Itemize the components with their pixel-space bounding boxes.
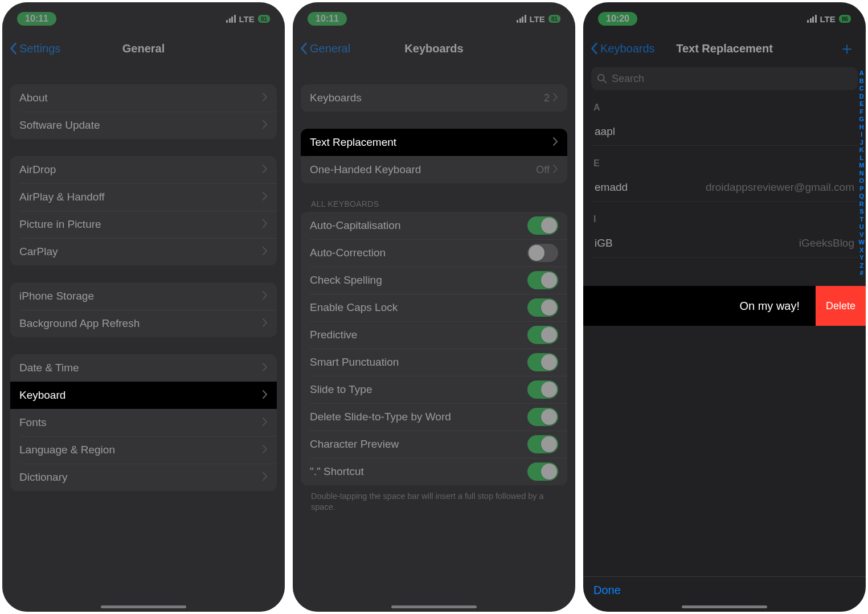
list-row[interactable]: Dictionary xyxy=(10,464,277,491)
network-label: LTE xyxy=(239,14,255,24)
home-indicator[interactable] xyxy=(101,605,186,608)
search-input[interactable]: Search xyxy=(591,67,858,90)
row-keyboards[interactable]: Keyboards 2 xyxy=(301,84,567,112)
toggle-switch[interactable] xyxy=(527,462,558,481)
chevron-right-icon xyxy=(263,390,268,402)
toggle-switch[interactable] xyxy=(527,435,558,453)
toggle-switch[interactable] xyxy=(527,408,558,426)
list-row[interactable]: About xyxy=(10,84,277,112)
list-row[interactable]: AirDrop xyxy=(10,156,277,183)
back-button[interactable]: Settings xyxy=(9,42,60,55)
list-row[interactable]: Picture in Picture xyxy=(10,211,277,238)
back-button[interactable]: General xyxy=(300,42,350,55)
list-row[interactable]: CarPlay xyxy=(10,238,277,265)
add-button[interactable]: ＋ xyxy=(838,37,855,60)
list-row[interactable]: Background App Refresh xyxy=(10,310,277,337)
index-letter[interactable]: X xyxy=(859,247,865,253)
index-letter[interactable]: C xyxy=(859,85,865,92)
replacement-row[interactable]: iGBiGeeksBlog xyxy=(591,229,858,257)
index-letter[interactable]: E xyxy=(859,100,865,107)
index-letter[interactable]: P xyxy=(859,185,865,192)
toggle-row: Auto-Correction xyxy=(301,239,567,267)
index-letter[interactable]: N xyxy=(859,170,865,177)
list-row[interactable]: Text Replacement xyxy=(301,129,567,156)
delete-button[interactable]: Delete xyxy=(816,286,866,326)
index-letter[interactable]: W xyxy=(859,239,865,245)
index-letter[interactable]: L xyxy=(859,154,865,161)
index-letter[interactable]: U xyxy=(859,223,865,230)
list-row[interactable]: Language & Region xyxy=(10,436,277,464)
home-indicator[interactable] xyxy=(391,605,477,608)
list-row[interactable]: AirPlay & Handoff xyxy=(10,183,277,211)
row-label: Delete Slide-to-Type by Word xyxy=(310,411,451,423)
index-letter[interactable]: H xyxy=(859,124,865,130)
index-letter[interactable]: A xyxy=(859,69,865,76)
toggle-switch[interactable] xyxy=(527,271,558,289)
phrase-text: droidappsreviewer@gmail.com xyxy=(706,181,854,194)
chevron-right-icon xyxy=(263,92,268,104)
list-row[interactable]: Fonts xyxy=(10,409,277,436)
toggle-switch[interactable] xyxy=(527,353,558,371)
index-letter[interactable]: Y xyxy=(859,254,865,261)
phrase-text: iGeeksBlog xyxy=(799,237,854,249)
chevron-right-icon xyxy=(263,246,268,258)
done-button[interactable]: Done xyxy=(593,584,621,597)
svg-point-0 xyxy=(598,75,604,81)
chevron-right-icon xyxy=(263,417,268,429)
list-row[interactable]: Date & Time xyxy=(10,354,277,382)
toggle-row: Enable Caps Lock xyxy=(301,294,567,321)
row-label: iPhone Storage xyxy=(19,290,94,302)
index-letter[interactable]: O xyxy=(859,177,865,184)
signal-icon xyxy=(517,15,526,23)
shortcut-text: iGB xyxy=(595,237,613,249)
index-letter[interactable]: M xyxy=(859,162,865,169)
toggle-row: Predictive xyxy=(301,321,567,349)
row-label: Picture in Picture xyxy=(19,218,101,231)
list-row[interactable]: Software Update xyxy=(10,112,277,139)
index-letter[interactable]: S xyxy=(859,208,865,215)
toggle-switch[interactable] xyxy=(527,298,558,317)
index-letter[interactable]: G xyxy=(859,116,865,122)
index-letter[interactable]: V xyxy=(859,231,865,238)
list-row[interactable]: One-Handed KeyboardOff xyxy=(301,156,567,183)
list-row[interactable]: Keyboard xyxy=(10,382,277,409)
index-letter[interactable]: R xyxy=(859,200,865,207)
battery-pill: 86 xyxy=(839,15,851,23)
section-storage: iPhone StorageBackground App Refresh xyxy=(10,283,277,337)
index-letter[interactable]: T xyxy=(859,216,865,223)
index-letter[interactable]: J xyxy=(859,139,865,146)
back-button[interactable]: Keyboards xyxy=(590,42,655,55)
index-letter[interactable]: I xyxy=(859,131,865,138)
index-letter[interactable]: D xyxy=(859,93,865,100)
index-letter[interactable]: Q xyxy=(859,193,865,199)
replacement-row[interactable]: emadddroidappsreviewer@gmail.com xyxy=(591,173,858,202)
group-header: ALL KEYBOARDS xyxy=(311,199,567,208)
toggle-row: Smart Punctuation xyxy=(301,349,567,376)
home-indicator[interactable] xyxy=(682,605,767,608)
status-right: LTE 86 xyxy=(807,14,851,24)
row-label: AirDrop xyxy=(19,163,56,176)
section-keyboards-mid: Text ReplacementOne-Handed KeyboardOff xyxy=(301,129,567,183)
index-letter[interactable]: B xyxy=(859,77,865,84)
status-bar: 10:11 LTE 81 xyxy=(2,2,285,33)
row-label: Character Preview xyxy=(310,438,399,451)
index-letter[interactable]: Z xyxy=(859,262,865,269)
swipe-row-content[interactable]: On my way! xyxy=(583,286,816,326)
index-letter[interactable]: # xyxy=(859,269,865,276)
toggle-switch[interactable] xyxy=(527,216,558,235)
svg-line-1 xyxy=(604,80,607,83)
toggle-switch[interactable] xyxy=(527,244,558,262)
toggle-switch[interactable] xyxy=(527,380,558,399)
row-label: About xyxy=(19,92,48,104)
replacement-row[interactable]: aapl xyxy=(591,117,858,146)
row-label: Auto-Capitalisation xyxy=(310,219,400,232)
row-value: Off xyxy=(536,164,550,176)
index-letter[interactable]: F xyxy=(859,108,865,115)
list-row[interactable]: iPhone Storage xyxy=(10,283,277,310)
index-letter[interactable]: K xyxy=(859,146,865,153)
row-label: Background App Refresh xyxy=(19,317,140,330)
alphabet-index[interactable]: ABCDEFGHIJKLMNOPQRSTUVWXYZ# xyxy=(859,69,865,276)
toggle-row: Check Spelling xyxy=(301,267,567,294)
toggle-switch[interactable] xyxy=(527,326,558,344)
row-label: AirPlay & Handoff xyxy=(19,191,105,203)
